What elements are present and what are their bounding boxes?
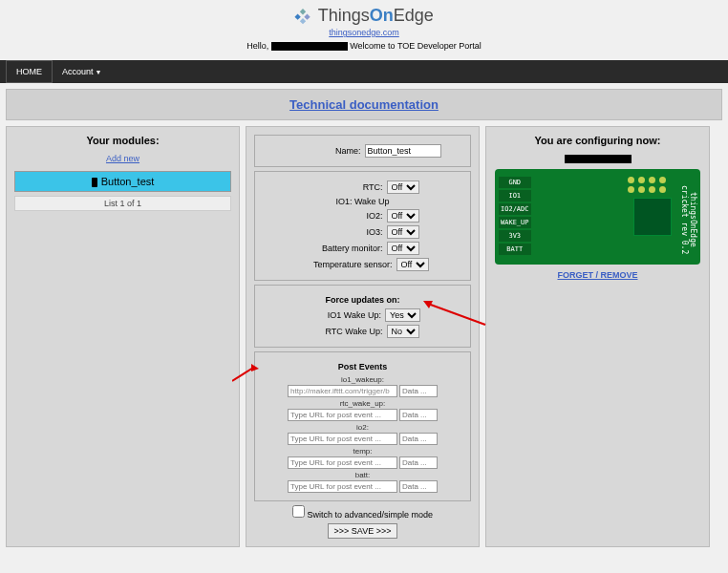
- force-updates-title: Force updates on:: [259, 295, 466, 305]
- force-io1-select[interactable]: Yes: [385, 308, 420, 322]
- doc-banner: Technical documentation: [6, 89, 722, 120]
- list-counter: List 1 of 1: [14, 196, 231, 211]
- save-button[interactable]: >>> SAVE >>>: [328, 523, 398, 539]
- logo-text-edge: Edge: [394, 6, 434, 25]
- pe-batt-label: batt:: [259, 471, 466, 479]
- forget-remove-link[interactable]: FORGET / REMOVE: [494, 270, 701, 280]
- pcb-image: GND IO1 IO2/ADC WAKE_UP 3V3 BATT thingsO…: [495, 169, 700, 265]
- svg-rect-3: [300, 18, 306, 24]
- greeting: Hello, Welcome to TOE Developer Portal: [0, 41, 728, 51]
- nav-home[interactable]: HOME: [6, 60, 53, 83]
- rtc-select[interactable]: Off: [387, 180, 419, 194]
- pe-io2-url[interactable]: [288, 433, 397, 445]
- batt-label: Battery monitor:: [307, 244, 383, 253]
- pe-temp-data[interactable]: [399, 456, 438, 469]
- svg-rect-1: [300, 9, 306, 14]
- pe-io1-url[interactable]: [288, 385, 397, 397]
- force-rtc-select[interactable]: No: [387, 325, 419, 338]
- greeting-hello: Hello,: [246, 41, 271, 51]
- navbar: HOME Account▼: [0, 60, 728, 83]
- io3-label: IO3:: [307, 227, 383, 237]
- rtc-label: RTC:: [307, 182, 383, 192]
- greeting-welcome: Welcome to TOE Developer Portal: [350, 41, 482, 51]
- svg-rect-0: [295, 14, 301, 20]
- logo-text-things: Things: [318, 6, 370, 25]
- caret-down-icon: ▼: [96, 69, 102, 75]
- switch-mode-checkbox[interactable]: [292, 505, 305, 518]
- pe-rtc-url[interactable]: [288, 409, 397, 421]
- pe-io1-data[interactable]: [399, 385, 438, 397]
- logo: ThingsOnEdge: [0, 6, 728, 26]
- pe-rtc-label: rtc_wake_up:: [259, 399, 466, 408]
- pe-batt-url[interactable]: [288, 480, 397, 493]
- logo-icon: [294, 8, 311, 25]
- pe-io2-data[interactable]: [399, 433, 438, 445]
- technical-docs-link[interactable]: Technical documentation: [289, 97, 439, 112]
- io2-label: IO2:: [307, 211, 383, 221]
- pcb-pins: GND IO1 IO2/ADC WAKE_UP 3V3 BATT: [499, 175, 531, 257]
- pe-batt-data[interactable]: [399, 480, 438, 493]
- name-input[interactable]: [365, 144, 441, 158]
- temp-label: Temperature sensor:: [297, 260, 393, 269]
- pe-temp-label: temp:: [259, 447, 466, 456]
- module-icon: [92, 178, 97, 187]
- nav-account[interactable]: Account▼: [53, 61, 111, 82]
- force-rtc-label: RTC Wake Up:: [307, 327, 383, 336]
- switch-mode-label: Switch to advanced/simple mode: [307, 510, 433, 520]
- modules-title: Your modules:: [14, 135, 231, 146]
- nav-account-label: Account: [62, 67, 94, 76]
- center-panel: Name: RTC:Off IO1: Wake Up IO2:Off IO3:O…: [246, 126, 480, 547]
- svg-rect-2: [304, 14, 310, 20]
- temp-select[interactable]: Off: [396, 258, 429, 271]
- module-item-selected[interactable]: Button_test: [14, 171, 231, 192]
- batt-select[interactable]: Off: [387, 242, 419, 255]
- device-name-redacted: [565, 155, 632, 163]
- username-redacted: [271, 42, 348, 51]
- io3-select[interactable]: Off: [387, 225, 419, 239]
- pe-rtc-data[interactable]: [399, 409, 438, 421]
- add-new-link[interactable]: Add new: [106, 154, 139, 163]
- pe-io2-label: io2:: [259, 423, 466, 432]
- pe-io1-label: io1_wakeup:: [259, 375, 466, 384]
- site-link[interactable]: thingsonedge.com: [0, 28, 728, 37]
- configuring-title: You are configuring now:: [494, 135, 701, 146]
- logo-text-on: On: [370, 6, 394, 25]
- post-events-title: Post Events: [259, 362, 466, 371]
- io1-wakeup-label: IO1: Wake Up: [335, 197, 389, 206]
- left-panel: Your modules: Add new Button_test List 1…: [6, 126, 240, 547]
- module-name: Button_test: [101, 176, 155, 187]
- name-label: Name:: [285, 146, 361, 156]
- io2-select[interactable]: Off: [387, 209, 419, 223]
- pe-temp-url[interactable]: [288, 456, 397, 469]
- right-panel: You are configuring now: GND IO1 IO2/ADC…: [485, 126, 710, 547]
- pcb-brand: thingsOnEdge cricket rev 0.2: [680, 175, 697, 265]
- page-header: ThingsOnEdge thingsonedge.com Hello, Wel…: [0, 0, 728, 54]
- force-io1-label: IO1 Wake Up:: [305, 310, 381, 320]
